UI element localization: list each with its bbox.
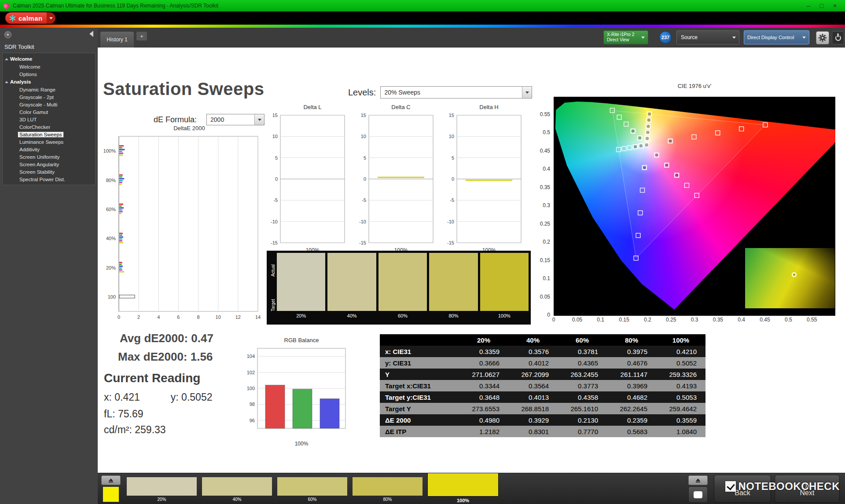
sweep-swatch-strip: Actual Target 20%40%60%80%100% (267, 251, 531, 325)
delta-l-chart: Delta L -15-10-5051015 100% (265, 104, 347, 253)
cie-plot-area (554, 97, 835, 316)
sidebar-item-saturation-sweeps[interactable]: Saturation Sweeps (3, 131, 95, 138)
table-row: ΔE ITP1.21820.83010.77700.56831.0840 (380, 426, 705, 437)
delta-c-title: Delta C (354, 104, 436, 113)
pattern-window-button[interactable] (688, 486, 708, 503)
bottom-swatches: 20%40%60%80%100% (127, 473, 503, 504)
chevron-down-icon (802, 37, 806, 39)
table-column-header: 20% (459, 334, 508, 346)
logo-dropdown-arrow-icon[interactable] (47, 12, 55, 24)
table-row: Target x:CIE310.33440.35640.37730.39690.… (380, 380, 705, 391)
delta-h-chart: Delta H -15-10-5051015 100% (442, 104, 524, 253)
svg-text:10: 10 (216, 314, 221, 320)
sidebar-item-colorchecker[interactable]: ColorChecker (3, 123, 95, 131)
svg-text:100%: 100% (103, 148, 116, 153)
cie-chart: CIE 1976 u'v' 00.050.10.150.20.250.30.35… (536, 83, 840, 316)
maximize-button[interactable]: □ (815, 2, 828, 9)
settings-gear-button[interactable] (816, 31, 829, 44)
sidebar-section-welcome[interactable]: Welcome (3, 55, 95, 63)
svg-text:0: 0 (275, 176, 278, 182)
svg-text:15: 15 (361, 113, 366, 118)
sidebar-item-3d-lut[interactable]: 3D LUT (3, 116, 95, 123)
pattern-swatch-40%[interactable]: 40% (202, 477, 272, 503)
sidebar-item-options[interactable]: Options (3, 70, 95, 78)
results-table: 20%40%60%80%100%x: CIE310.33590.35760.37… (380, 334, 705, 437)
minimize-button[interactable]: – (802, 2, 815, 9)
avg-de2000: Avg dE2000: 0.47 (120, 332, 213, 345)
watermark-text: NOTEBOOK (738, 480, 801, 493)
sweep-swatch-20% (277, 253, 325, 311)
pattern-window-icon (694, 491, 702, 498)
sidebar-item-screen-uniformity[interactable]: Screen Uniformity (3, 153, 95, 161)
sidebar-item-spectral-power-dist[interactable]: Spectral Power Dist. (3, 175, 95, 183)
display-control-label: Direct Display Control (744, 35, 794, 40)
sweep-swatch-label: 40% (327, 311, 376, 321)
pattern-swatch-60%[interactable]: 60% (277, 477, 347, 503)
power-button[interactable] (832, 31, 844, 44)
deltae-chart-svg: 02468101214100%80%60%40%20%100 (98, 134, 261, 326)
svg-text:104: 104 (247, 354, 255, 359)
levels-value: 20% Sweeps (381, 89, 420, 96)
sweep-swatch-label: 20% (277, 311, 325, 321)
svg-text:6: 6 (177, 314, 180, 320)
svg-text:80%: 80% (106, 178, 116, 183)
sidebar-tree: WelcomeWelcomeOptionsAnalysisDynamic Ran… (2, 53, 96, 185)
rgb-balance-xlabel: 100% (241, 441, 351, 447)
svg-text:-5: -5 (450, 197, 454, 203)
sidebar-item-dynamic-range[interactable]: Dynamic Range (3, 86, 95, 93)
levels-dropdown[interactable]: 20% Sweeps (380, 86, 532, 99)
close-button[interactable]: × (828, 2, 841, 9)
sidebar-item-grayscale-2pt[interactable]: Grayscale - 2pt (3, 93, 95, 101)
svg-text:0: 0 (364, 176, 366, 182)
table-row: Target y:CIE310.36480.40130.43580.46820.… (380, 391, 705, 403)
de-formula-dropdown[interactable]: 2000 (206, 114, 265, 125)
display-control-dropdown[interactable]: Direct Display Control (744, 30, 809, 44)
meter-mode: Direct View (607, 37, 634, 43)
pattern-swatch-20%[interactable]: 20% (127, 477, 197, 503)
chevron-down-icon (254, 114, 264, 125)
sweep-swatch-40% (327, 253, 376, 311)
sidebar-title: SDR Toolkit (0, 43, 98, 53)
svg-text:102: 102 (247, 370, 255, 375)
svg-text:40%: 40% (106, 236, 116, 241)
sidebar-item-additivity[interactable]: Additivity (3, 146, 95, 153)
sidebar-item-screen-stability[interactable]: Screen Stability (3, 168, 95, 175)
pattern-swatch-80%[interactable]: 80% (353, 477, 422, 503)
cie-y-axis: 00.050.10.150.20.250.30.350.40.450.50.55 (536, 96, 552, 315)
sidebar: SDR Toolkit WelcomeWelcomeOptionsAnalysi… (0, 28, 98, 504)
pattern-swatch-100%[interactable]: 100% (428, 473, 498, 504)
cie-inset-marker (792, 272, 797, 277)
current-fl: fL: 75.69 (104, 408, 143, 420)
source-dropdown[interactable]: Source (676, 30, 739, 44)
watermark-text: CHECK (801, 480, 840, 493)
add-tab-button[interactable]: + (136, 32, 147, 40)
svg-text:100: 100 (247, 386, 255, 391)
de-formula-value: 2000 (207, 116, 224, 123)
tab-history-1[interactable]: History 1 (100, 32, 134, 47)
sidebar-collapse-button[interactable] (89, 31, 93, 37)
pattern-expand-right-button[interactable] (688, 475, 708, 485)
de-formula-label: dE Formula: (154, 115, 197, 124)
title-bar: Calman 2025 Calman Ultimate for Business… (0, 0, 845, 11)
calman-logo-text: calman (18, 15, 43, 22)
sweep-swatch-label: 100% (480, 311, 529, 321)
meter-dropdown[interactable]: X-Rite i1Pro 2 Direct View (603, 30, 648, 44)
sidebar-item-color-gamut[interactable]: Color Gamut (3, 108, 95, 116)
cie-x-axis: 00.050.10.150.20.250.30.350.40.450.50.55 (554, 317, 835, 324)
sidebar-options-button[interactable] (4, 31, 11, 38)
meter-name: X-Rite i1Pro 2 (607, 32, 634, 38)
svg-text:0: 0 (452, 176, 454, 182)
pattern-expand-left-button[interactable] (101, 475, 121, 485)
delta-l-title: Delta L (265, 104, 347, 113)
svg-text:-15: -15 (271, 240, 278, 245)
cie-zoom-inset (745, 248, 835, 308)
sidebar-item-luminance-sweeps[interactable]: Luminance Sweeps (3, 138, 95, 146)
sidebar-section-analysis[interactable]: Analysis (3, 78, 95, 86)
calman-logo-menu[interactable]: calman (5, 12, 55, 24)
sidebar-item-welcome[interactable]: Welcome (3, 63, 95, 70)
svg-text:10: 10 (449, 134, 454, 139)
sidebar-item-grayscale-multi[interactable]: Grayscale - Multi (3, 101, 95, 108)
sidebar-item-screen-angularity[interactable]: Screen Angularity (3, 161, 95, 168)
current-x: x: 0.421 (104, 391, 140, 403)
calman-logo-mark-icon (9, 15, 16, 22)
